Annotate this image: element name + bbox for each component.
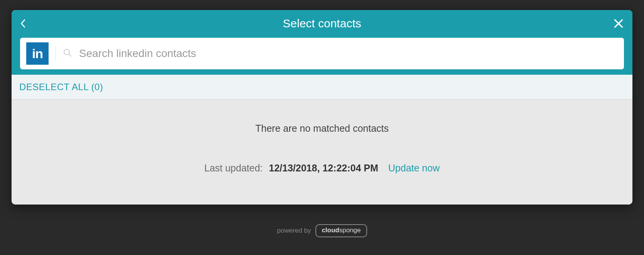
close-button[interactable] [612, 18, 624, 29]
last-updated-value: 12/13/2018, 12:22:04 PM [269, 163, 378, 174]
linkedin-icon: in [26, 42, 49, 65]
empty-message: There are no matched contacts [19, 123, 625, 134]
search-icon [63, 48, 72, 59]
last-updated-row: Last updated: 12/13/2018, 12:22:04 PM Up… [19, 163, 625, 174]
footer: powered by cloudsponge [0, 224, 644, 237]
last-updated-label: Last updated: [204, 163, 263, 174]
back-button[interactable] [20, 19, 32, 28]
deselect-all-button[interactable]: DESELECT ALL (0) [19, 82, 103, 92]
update-now-link[interactable]: Update now [388, 163, 440, 174]
brand-badge[interactable]: cloudsponge [315, 224, 367, 237]
toolbar: DESELECT ALL (0) [12, 75, 632, 100]
select-contacts-modal: Select contacts in DESELECT ALL (0) [12, 10, 632, 205]
divider [56, 46, 56, 61]
close-icon [613, 18, 624, 29]
brand-bold: cloud [322, 226, 339, 234]
modal-title: Select contacts [32, 17, 612, 30]
search-input[interactable] [79, 47, 618, 60]
brand-light: sponge [339, 226, 361, 234]
powered-by-label: powered by [277, 227, 311, 235]
modal-body: There are no matched contacts Last updat… [12, 100, 632, 205]
header-top: Select contacts [20, 17, 624, 30]
modal-header: Select contacts in [12, 10, 632, 75]
search-bar: in [20, 38, 624, 69]
chevron-left-icon [20, 19, 25, 28]
